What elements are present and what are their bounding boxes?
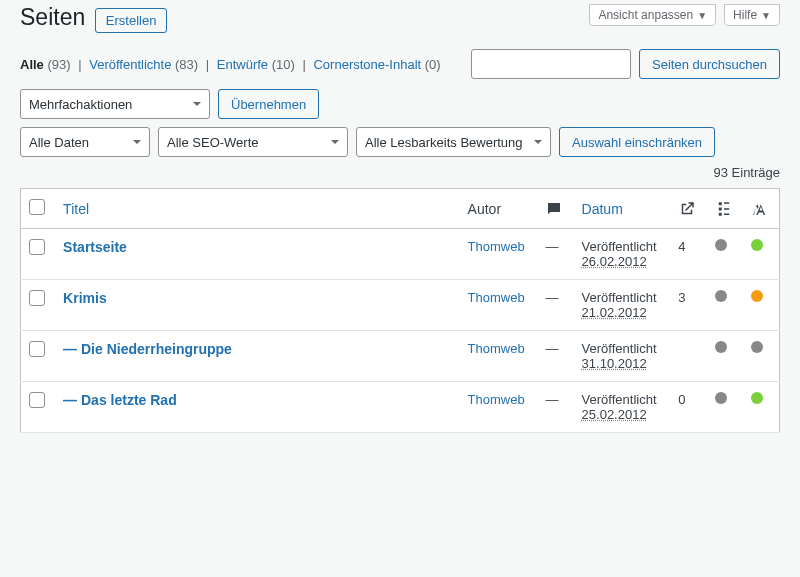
readability-dot <box>751 392 763 404</box>
entries-count: 93 Einträge <box>714 165 781 180</box>
readability-filter-select[interactable]: Alle Lesbarkeits Bewertung <box>356 127 551 157</box>
date-cell: Veröffentlicht31.10.2012 <box>574 331 671 382</box>
seo-dot <box>715 290 727 302</box>
readability-icon <box>751 200 769 218</box>
search-input[interactable] <box>471 49 631 79</box>
bulk-action-select[interactable]: Mehrfachaktionen <box>20 89 210 119</box>
caret-down-icon: ▼ <box>761 10 771 21</box>
help-button[interactable]: Hilfe ▼ <box>724 4 780 26</box>
incoming-count <box>670 331 706 382</box>
author-link[interactable]: Thomweb <box>468 239 525 254</box>
svg-rect-5 <box>724 213 729 215</box>
seo-filter-select[interactable]: Alle SEO-Werte <box>158 127 348 157</box>
date-filter-select[interactable]: Alle Daten <box>20 127 150 157</box>
page-title-link[interactable]: — Das letzte Rad <box>63 392 177 408</box>
seo-score-icon <box>715 200 733 218</box>
caret-down-icon: ▼ <box>697 10 707 21</box>
col-date[interactable]: Datum <box>582 201 623 217</box>
select-all-checkbox[interactable] <box>29 199 45 215</box>
svg-rect-4 <box>724 208 729 210</box>
svg-rect-3 <box>724 202 729 204</box>
filter-button[interactable]: Auswahl einschränken <box>559 127 715 157</box>
filter-cornerstone[interactable]: Cornerstone-Inhalt <box>313 57 421 72</box>
row-checkbox[interactable] <box>29 290 45 306</box>
author-link[interactable]: Thomweb <box>468 341 525 356</box>
date-cell: Veröffentlicht25.02.2012 <box>574 382 671 433</box>
comments-cell: — <box>537 280 573 331</box>
apply-button[interactable]: Übernehmen <box>218 89 319 119</box>
status-filters: Alle (93) | Veröffentlichte (83) | Entwü… <box>20 57 441 72</box>
page-title: Seiten <box>20 4 85 31</box>
table-row: — Das letzte Rad Thomweb — Veröffentlich… <box>21 382 780 433</box>
readability-dot <box>751 290 763 302</box>
col-author: Autor <box>460 189 538 229</box>
row-checkbox[interactable] <box>29 239 45 255</box>
author-link[interactable]: Thomweb <box>468 392 525 407</box>
date-cell: Veröffentlicht26.02.2012 <box>574 229 671 280</box>
row-checkbox[interactable] <box>29 392 45 408</box>
seo-dot <box>715 239 727 251</box>
page-title-link[interactable]: — Die Niederrheingruppe <box>63 341 232 357</box>
row-checkbox[interactable] <box>29 341 45 357</box>
svg-rect-2 <box>718 212 721 215</box>
incoming-count: 4 <box>670 229 706 280</box>
table-row: — Die Niederrheingruppe Thomweb — Veröff… <box>21 331 780 382</box>
seo-dot <box>715 392 727 404</box>
seo-dot <box>715 341 727 353</box>
filter-drafts[interactable]: Entwürfe <box>217 57 268 72</box>
incoming-count: 3 <box>670 280 706 331</box>
page-title-link[interactable]: Krimis <box>63 290 107 306</box>
date-cell: Veröffentlicht21.02.2012 <box>574 280 671 331</box>
table-row: Krimis Thomweb — Veröffentlicht21.02.201… <box>21 280 780 331</box>
readability-dot <box>751 239 763 251</box>
comments-cell: — <box>537 382 573 433</box>
svg-rect-0 <box>718 202 721 205</box>
create-button[interactable]: Erstellen <box>95 8 168 33</box>
comments-cell: — <box>537 229 573 280</box>
filter-all[interactable]: Alle <box>20 57 44 72</box>
filter-published[interactable]: Veröffentlichte <box>89 57 171 72</box>
table-row: Startseite Thomweb — Veröffentlicht26.02… <box>21 229 780 280</box>
col-title[interactable]: Titel <box>63 201 89 217</box>
incoming-count: 0 <box>670 382 706 433</box>
pages-table: Titel Autor Datum Startseite Thomweb — V… <box>20 188 780 433</box>
screen-options-button[interactable]: Ansicht anpassen ▼ <box>589 4 716 26</box>
author-link[interactable]: Thomweb <box>468 290 525 305</box>
comments-cell: — <box>537 331 573 382</box>
readability-dot <box>751 341 763 353</box>
incoming-links-icon <box>678 200 696 218</box>
search-button[interactable]: Seiten durchsuchen <box>639 49 780 79</box>
svg-rect-1 <box>718 207 721 210</box>
comments-icon <box>545 200 563 218</box>
page-title-link[interactable]: Startseite <box>63 239 127 255</box>
